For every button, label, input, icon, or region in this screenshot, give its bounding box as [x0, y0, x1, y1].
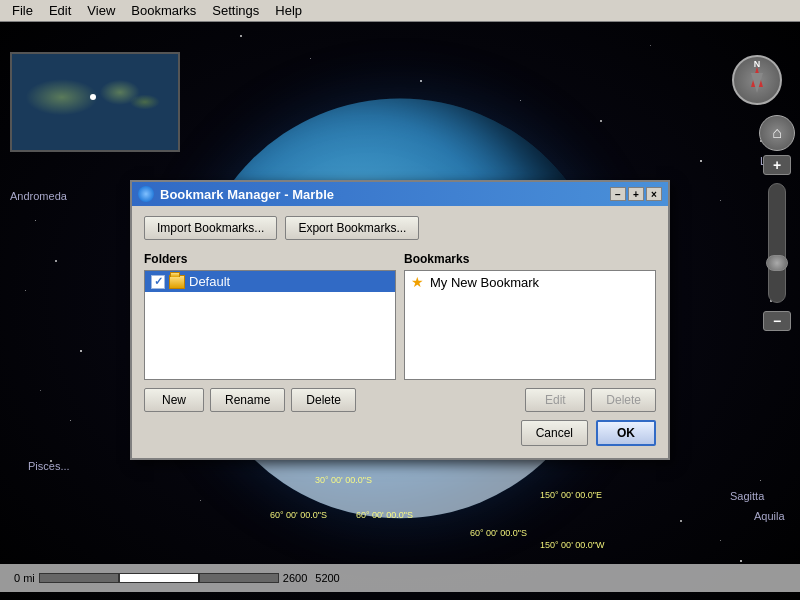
dialog-overlay: Bookmark Manager - Marble − + × Import B… [0, 0, 800, 600]
folder-item-default[interactable]: ✓ Default [145, 271, 395, 292]
dialog-title: Bookmark Manager - Marble [160, 187, 334, 202]
bookmark-action-buttons: Edit Delete [404, 388, 656, 412]
cancel-button[interactable]: Cancel [521, 420, 588, 446]
titlebar-left: Bookmark Manager - Marble [138, 186, 334, 202]
bookmark-name: My New Bookmark [430, 275, 539, 290]
delete-bookmark-button[interactable]: Delete [591, 388, 656, 412]
titlebar-buttons: − + × [610, 187, 662, 201]
dialog-bottom-buttons: Cancel OK [144, 420, 656, 446]
import-export-row: Import Bookmarks... Export Bookmarks... [144, 216, 656, 240]
edit-bookmark-button[interactable]: Edit [525, 388, 585, 412]
bookmarks-label: Bookmarks [404, 252, 656, 266]
ok-button[interactable]: OK [596, 420, 656, 446]
bookmark-star-icon: ★ [411, 274, 424, 290]
folder-icon [169, 275, 185, 289]
dialog-titlebar: Bookmark Manager - Marble − + × [132, 182, 668, 206]
dialog-close-button[interactable]: × [646, 187, 662, 201]
dialog-content: Import Bookmarks... Export Bookmarks... … [132, 206, 668, 458]
bookmark-item-new[interactable]: ★ My New Bookmark [405, 271, 655, 293]
folders-panel: Folders ✓ Default New Rename D [144, 252, 396, 412]
folders-list[interactable]: ✓ Default [144, 270, 396, 380]
bookmarks-panel: Bookmarks ★ My New Bookmark Edit Delete [404, 252, 656, 412]
check-mark: ✓ [154, 275, 163, 288]
titlebar-icon [138, 186, 154, 202]
folders-label: Folders [144, 252, 396, 266]
delete-folder-button[interactable]: Delete [291, 388, 356, 412]
import-bookmarks-button[interactable]: Import Bookmarks... [144, 216, 277, 240]
folder-name: Default [189, 274, 230, 289]
bookmark-manager-dialog: Bookmark Manager - Marble − + × Import B… [130, 180, 670, 460]
folder-checkbox[interactable]: ✓ [151, 275, 165, 289]
folder-buttons: New Rename Delete [144, 388, 396, 412]
dialog-maximize-button[interactable]: + [628, 187, 644, 201]
rename-folder-button[interactable]: Rename [210, 388, 285, 412]
new-folder-button[interactable]: New [144, 388, 204, 412]
two-panel: Folders ✓ Default New Rename D [144, 252, 656, 412]
dialog-minimize-button[interactable]: − [610, 187, 626, 201]
bookmarks-list[interactable]: ★ My New Bookmark [404, 270, 656, 380]
export-bookmarks-button[interactable]: Export Bookmarks... [285, 216, 419, 240]
